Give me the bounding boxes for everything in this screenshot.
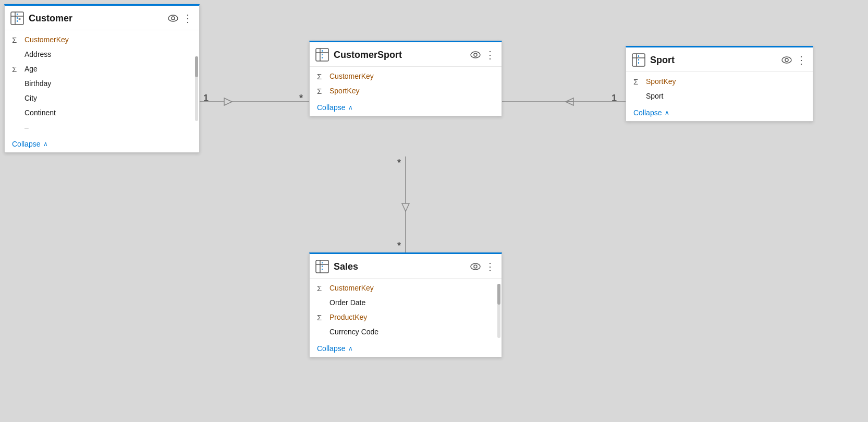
customer-collapse-btn[interactable]: Collapse ∧ (5, 137, 199, 152)
field-sal-productkey: Σ ProductKey (310, 310, 502, 324)
sport-chevron-up-icon: ∧ (665, 109, 669, 116)
sales-collapse-label: Collapse (317, 344, 345, 353)
field-address-label: Address (25, 50, 51, 58)
table-sales-actions: ⋮ (470, 260, 495, 273)
table-customersport-title: CustomerSport (334, 50, 466, 61)
field-s-sport: Σ Sport (626, 89, 813, 103)
sigma-cs-sportkey: Σ (317, 87, 325, 95)
no-sigma-city: Σ (12, 94, 20, 103)
no-sigma-sal-orderdate: Σ (317, 298, 325, 307)
field-cs-customerkey-label: CustomerKey (329, 72, 374, 80)
svg-point-16 (172, 17, 175, 20)
dots-icon-sales[interactable]: ⋮ (485, 260, 495, 273)
table-customersport-actions: ⋮ (470, 49, 495, 61)
no-sigma-sal-currencycode: Σ (317, 328, 325, 336)
field-customerkey-label: CustomerKey (25, 35, 69, 44)
svg-point-31 (474, 265, 477, 268)
field-sal-currencycode: Σ Currency Code (310, 324, 502, 339)
field-sal-customerkey: Σ CustomerKey (310, 281, 502, 295)
svg-point-20 (471, 52, 480, 58)
conn-label-1b: 1 (612, 93, 617, 104)
table-sales-body: Σ CustomerKey Σ Order Date Σ ProductKey … (310, 279, 502, 341)
table-sales-header: Sales ⋮ (310, 254, 502, 279)
customersport-collapse-label: Collapse (317, 103, 345, 112)
field-cs-sportkey-label: SportKey (329, 87, 360, 95)
field-s-sport-label: Sport (646, 92, 663, 100)
field-cs-sportkey: Σ SportKey (310, 83, 502, 98)
field-dash: Σ – (5, 120, 199, 135)
customer-chevron-up-icon: ∧ (43, 140, 48, 148)
sigma-customerkey: Σ (12, 35, 20, 44)
table-customersport-header: CustomerSport ⋮ (310, 42, 502, 67)
sigma-sal-customerkey: Σ (317, 284, 325, 293)
sigma-cs-customerkey: Σ (317, 72, 325, 81)
svg-point-30 (471, 263, 480, 270)
eye-icon-customersport[interactable] (470, 51, 481, 58)
no-sigma-address: Σ (12, 50, 20, 59)
field-birthday-label: Birthday (25, 79, 51, 88)
eye-icon-sales[interactable] (470, 263, 481, 270)
table-customer-actions: ⋮ (168, 13, 193, 23)
field-city: Σ City (5, 91, 199, 105)
field-birthday: Σ Birthday (5, 76, 199, 91)
conn-label-star-bottom: * (397, 240, 401, 251)
customer-collapse-label: Collapse (12, 140, 40, 148)
sport-collapse-label: Collapse (633, 108, 662, 117)
field-s-sportkey-label: SportKey (646, 77, 676, 86)
table-customersport: CustomerSport ⋮ Σ CustomerKey Σ SportKey… (309, 41, 502, 116)
table-sport-actions: ⋮ (781, 54, 806, 66)
no-sigma-birthday: Σ (12, 79, 20, 88)
field-cs-customerkey: Σ CustomerKey (310, 69, 502, 83)
field-sal-currencycode-label: Currency Code (329, 328, 378, 336)
table-sales-title: Sales (334, 261, 466, 272)
no-sigma-dash: Σ (12, 123, 20, 132)
diagram-canvas: 1 * * 1 * * Customer ⋮ Σ (0, 0, 868, 422)
field-sal-productkey-label: ProductKey (329, 313, 367, 321)
svg-point-25 (782, 57, 791, 63)
field-customerkey: Σ CustomerKey (5, 32, 199, 47)
table-sales: Sales ⋮ Σ CustomerKey Σ Order Date Σ Pro… (309, 252, 502, 357)
field-sal-orderdate-label: Order Date (329, 298, 365, 307)
field-continent-label: Continent (25, 108, 56, 117)
customersport-collapse-btn[interactable]: Collapse ∧ (310, 100, 502, 116)
sigma-age: Σ (12, 65, 20, 74)
sport-collapse-btn[interactable]: Collapse ∧ (626, 105, 813, 121)
conn-label-star-top: * (397, 158, 401, 168)
sales-scrollbar[interactable] (497, 284, 500, 338)
table-sport: Sport ⋮ Σ SportKey Σ Sport Collapse ∧ (626, 46, 813, 122)
customer-scrollbar[interactable] (195, 56, 198, 121)
table-sport-icon (631, 53, 646, 67)
table-customersport-body: Σ CustomerKey Σ SportKey (310, 67, 502, 100)
table-sport-body: Σ SportKey Σ Sport (626, 72, 813, 105)
svg-marker-10 (402, 203, 409, 211)
field-dash-label: – (25, 123, 29, 131)
table-sport-header: Sport ⋮ (626, 47, 813, 72)
table-customersport-icon (315, 47, 329, 62)
table-customer-title: Customer (29, 13, 164, 24)
conn-label-1a: 1 (203, 93, 209, 104)
field-s-sportkey: Σ SportKey (626, 74, 813, 89)
eye-icon-sport[interactable] (781, 56, 792, 64)
field-continent: Σ Continent (5, 105, 199, 120)
table-customer-icon (10, 11, 25, 26)
no-sigma-s-sport: Σ (633, 92, 642, 101)
field-sal-orderdate: Σ Order Date (310, 295, 502, 310)
dots-icon-customer[interactable]: ⋮ (182, 13, 193, 23)
svg-point-26 (785, 58, 788, 62)
field-address: Σ Address (5, 47, 199, 62)
svg-marker-4 (224, 98, 232, 105)
svg-marker-7 (566, 98, 573, 105)
table-customer-header: Customer ⋮ (5, 6, 199, 30)
table-sales-icon (315, 259, 329, 274)
conn-label-star-a: * (299, 93, 303, 104)
sales-chevron-up-icon: ∧ (348, 345, 353, 352)
svg-point-21 (474, 53, 477, 56)
dots-icon-customersport[interactable]: ⋮ (485, 49, 495, 61)
sales-collapse-btn[interactable]: Collapse ∧ (310, 341, 502, 357)
eye-icon-customer[interactable] (168, 15, 178, 22)
field-city-label: City (25, 94, 37, 102)
table-sport-title: Sport (650, 55, 777, 66)
field-age-label: Age (25, 65, 38, 73)
table-customer: Customer ⋮ Σ CustomerKey Σ Address Σ Age (4, 4, 200, 153)
dots-icon-sport[interactable]: ⋮ (796, 54, 806, 66)
